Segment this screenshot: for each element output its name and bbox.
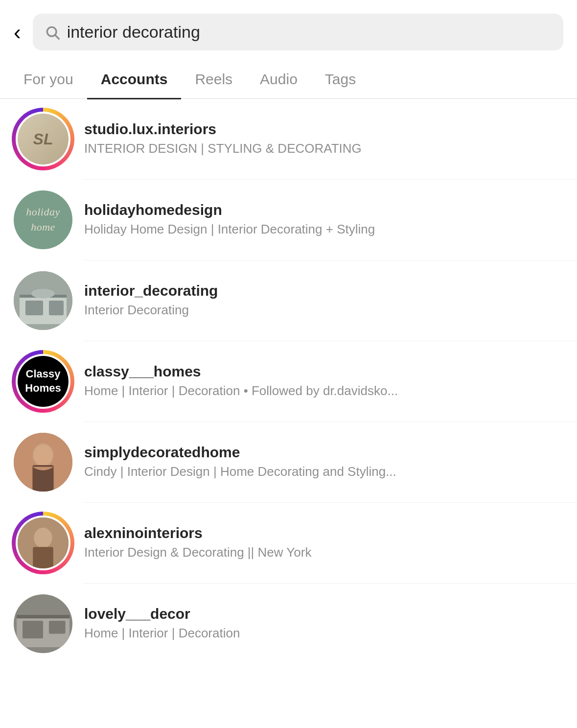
list-item[interactable]: SL studio.lux.interiors INTERIOR DESIGN … bbox=[0, 99, 577, 179]
tab-accounts[interactable]: Accounts bbox=[87, 60, 182, 98]
account-description: Holiday Home Design | Interior Decoratin… bbox=[84, 221, 563, 238]
tab-for-you[interactable]: For you bbox=[10, 60, 87, 98]
account-description: Interior Decorating bbox=[84, 302, 563, 319]
svg-rect-17 bbox=[23, 621, 43, 638]
search-bar[interactable]: interior decorating bbox=[33, 14, 563, 50]
account-info: interior_decorating Interior Decorating bbox=[84, 282, 563, 319]
svg-line-1 bbox=[55, 35, 59, 39]
results-list: SL studio.lux.interiors INTERIOR DESIGN … bbox=[0, 99, 577, 664]
svg-rect-19 bbox=[17, 615, 69, 618]
avatar: ClassyHomes bbox=[14, 352, 72, 411]
header: ‹ interior decorating bbox=[0, 0, 577, 60]
avatar bbox=[14, 514, 72, 572]
avatar: SL bbox=[14, 110, 72, 168]
tabs-bar: For you Accounts Reels Audio Tags bbox=[0, 60, 577, 99]
tab-tags[interactable]: Tags bbox=[311, 60, 369, 98]
avatar bbox=[14, 271, 72, 330]
account-description: Home | Interior | Decoration • Followed … bbox=[84, 383, 563, 399]
list-item[interactable]: lovely___decor Home | Interior | Decorat… bbox=[0, 584, 577, 664]
username: studio.lux.interiors bbox=[84, 121, 563, 138]
svg-rect-5 bbox=[49, 301, 64, 315]
list-item[interactable]: simplydecoratedhome Cindy | Interior Des… bbox=[0, 422, 577, 502]
svg-rect-14 bbox=[33, 547, 53, 568]
svg-point-13 bbox=[34, 528, 52, 548]
username: alexninointeriors bbox=[84, 525, 563, 541]
account-info: studio.lux.interiors INTERIOR DESIGN | S… bbox=[84, 121, 563, 157]
svg-rect-18 bbox=[49, 621, 66, 634]
username: simplydecoratedhome bbox=[84, 444, 563, 461]
username: lovely___decor bbox=[84, 606, 563, 622]
account-info: holidayhomedesign Holiday Home Design | … bbox=[84, 202, 563, 238]
list-item[interactable]: interior_decorating Interior Decorating bbox=[0, 260, 577, 341]
avatar bbox=[14, 433, 72, 492]
svg-rect-4 bbox=[25, 301, 43, 315]
list-item[interactable]: alexninointeriors Interior Design & Deco… bbox=[0, 503, 577, 583]
account-info: lovely___decor Home | Interior | Decorat… bbox=[84, 606, 563, 642]
back-button[interactable]: ‹ bbox=[10, 22, 25, 43]
account-info: simplydecoratedhome Cindy | Interior Des… bbox=[84, 444, 563, 480]
account-description: Interior Design & Decorating || New York bbox=[84, 544, 563, 561]
tab-reels[interactable]: Reels bbox=[181, 60, 246, 98]
search-input-value: interior decorating bbox=[67, 23, 200, 42]
avatar bbox=[14, 594, 72, 653]
search-icon bbox=[45, 24, 60, 40]
svg-point-10 bbox=[34, 445, 52, 466]
svg-point-7 bbox=[31, 289, 55, 298]
account-description: Home | Interior | Decoration bbox=[84, 625, 563, 642]
tab-audio[interactable]: Audio bbox=[246, 60, 311, 98]
username: holidayhomedesign bbox=[84, 202, 563, 218]
account-info: alexninointeriors Interior Design & Deco… bbox=[84, 525, 563, 561]
username: classy___homes bbox=[84, 363, 563, 380]
account-description: Cindy | Interior Design | Home Decoratin… bbox=[84, 464, 563, 480]
username: interior_decorating bbox=[84, 282, 563, 299]
account-description: INTERIOR DESIGN | STYLING & DECORATING bbox=[84, 141, 563, 157]
list-item[interactable]: holidayhome holidayhomedesign Holiday Ho… bbox=[0, 180, 577, 260]
account-info: classy___homes Home | Interior | Decorat… bbox=[84, 363, 563, 399]
avatar: holidayhome bbox=[14, 190, 72, 249]
list-item[interactable]: ClassyHomes classy___homes Home | Interi… bbox=[0, 341, 577, 422]
